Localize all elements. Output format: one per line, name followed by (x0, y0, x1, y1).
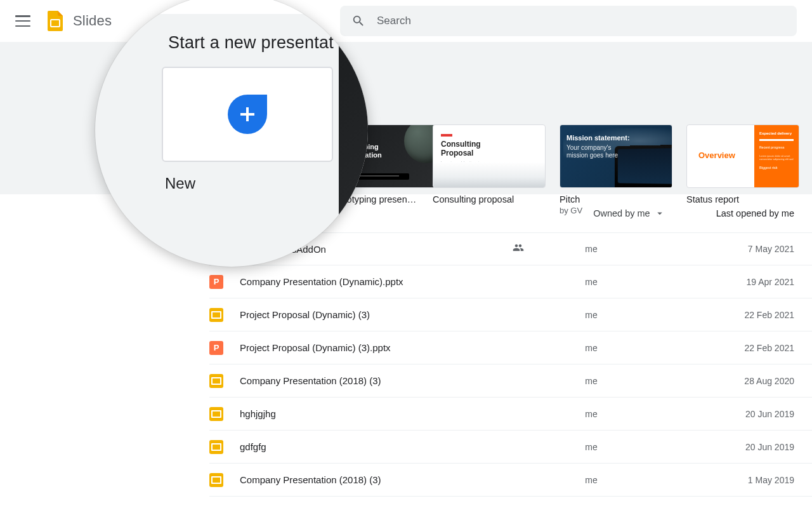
slides-icon (209, 308, 223, 322)
slides-icon (209, 407, 223, 421)
file-row[interactable]: hghjgjhgme20 Jun 2019 (209, 398, 812, 431)
file-name: Company Presentation (Dynamic).pptx (240, 276, 513, 287)
brand[interactable]: Slides (44, 10, 112, 32)
slides-icon (209, 374, 223, 388)
file-row[interactable]: Company Presentation (2018) (3)me1 May 2… (209, 464, 812, 497)
file-name: gdfgfg (240, 441, 513, 452)
file-owner: me (528, 277, 655, 287)
file-owner: me (528, 442, 655, 452)
new-presentation-card[interactable] (162, 67, 333, 162)
file-name: hghjgjhg (240, 408, 513, 419)
file-name: Company Presentation (2018) (3) (240, 375, 513, 386)
template-label: Consulting proposal (433, 194, 546, 204)
file-name: Project Proposal (Dynamic) (3).pptx (240, 342, 513, 353)
template-thumb-pitch[interactable]: Mission statement: Your company's missio… (560, 124, 672, 188)
app-header: Slides (0, 0, 812, 42)
powerpoint-icon (209, 341, 223, 355)
file-date: 1 May 2019 (655, 475, 794, 485)
file-row[interactable]: Company Presentation (2018) (3)me28 Aug … (209, 364, 812, 398)
file-name: Company Presentation (2018) (3) (240, 474, 513, 485)
file-date: 22 Feb 2021 (655, 310, 794, 320)
slides-logo-icon (44, 10, 67, 32)
zoom-callout: Start a new presentat New (95, 0, 368, 267)
template-thumb-status[interactable]: Overview Expected delivery Recent progre… (686, 124, 799, 188)
file-name: Project Proposal (Dynamic) (3) (240, 309, 513, 320)
template-label: Status report (686, 194, 799, 204)
template-subtitle: by GV (560, 206, 672, 215)
template-card[interactable]: Overview Expected delivery Recent progre… (686, 124, 799, 215)
search-icon (351, 14, 365, 28)
slides-icon (209, 473, 223, 487)
callout-title: Start a new presentat (168, 33, 334, 53)
file-row[interactable]: gdfgfgme20 Jun 2019 (209, 431, 812, 464)
brand-name: Slides (73, 13, 112, 29)
callout-new-label: New (165, 175, 195, 192)
file-row[interactable]: Company Presentation (Dynamic).pptxme19 … (209, 265, 812, 298)
file-owner: me (528, 475, 655, 485)
template-thumb-consulting[interactable]: ConsultingProposal Lorem ipsum dolor sit… (433, 124, 546, 188)
file-owner: me (528, 376, 655, 386)
file-date: 22 Feb 2021 (655, 343, 794, 353)
file-row[interactable]: Project Proposal (Dynamic) (3).pptxme22 … (209, 331, 812, 364)
file-row[interactable]: Project Proposal (Dynamic) (3)me22 Feb 2… (209, 298, 812, 331)
main-menu-button[interactable] (15, 13, 30, 29)
powerpoint-icon (209, 275, 223, 289)
search-bar[interactable] (340, 6, 797, 36)
file-date: 20 Jun 2019 (655, 409, 794, 419)
template-card[interactable]: Mission statement: Your company's missio… (560, 124, 672, 215)
file-date: 28 Aug 2020 (655, 376, 794, 386)
slides-icon (209, 440, 223, 454)
plus-icon (228, 95, 267, 134)
file-owner: me (528, 244, 655, 254)
file-date: 19 Apr 2021 (655, 277, 794, 287)
template-label: Pitch (560, 194, 672, 204)
shared-icon (513, 242, 528, 256)
file-date: 7 May 2021 (655, 244, 794, 254)
search-input[interactable] (376, 14, 785, 28)
file-owner: me (528, 310, 655, 320)
file-list: GoogleSlidesAddOnme7 May 2021Company Pre… (0, 232, 812, 497)
file-owner: me (528, 409, 655, 419)
file-date: 20 Jun 2019 (655, 442, 794, 452)
file-owner: me (528, 343, 655, 353)
template-card[interactable]: ConsultingProposal Lorem ipsum dolor sit… (433, 124, 546, 215)
